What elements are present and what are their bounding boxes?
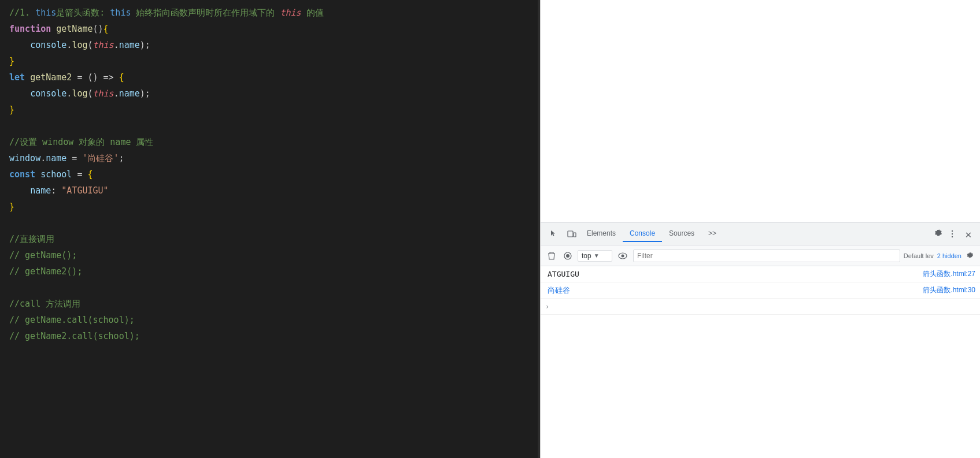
code-line [9, 118, 528, 134]
live-expressions-icon[interactable] [616, 249, 630, 263]
settings-gear-icon[interactable] [931, 227, 945, 241]
code-line: //直接调用 [9, 231, 528, 247]
tab-sources[interactable]: Sources [662, 226, 701, 242]
code-line: //设置 window 对象的 name 属性 [9, 134, 528, 150]
devtools-close-icon[interactable]: ✕ [961, 227, 975, 241]
devtools-more-icon[interactable] [945, 227, 959, 241]
prompt-chevron-icon: › [545, 303, 549, 311]
code-line: } [9, 102, 528, 118]
console-entry-link-cn[interactable]: 箭头函数.html:30 [923, 285, 975, 295]
code-editor: //1. this是箭头函数: this 始终指向函数声明时所在作用域下的 th… [0, 0, 538, 458]
code-line [9, 215, 528, 231]
code-line: // getName.call(school); [9, 312, 528, 328]
code-line: window.name = '尚硅谷'; [9, 150, 528, 166]
clear-console-icon[interactable] [545, 250, 558, 262]
console-toolbar: top ▼ Default lev 2 hidden [541, 245, 980, 266]
tab-elements[interactable]: Elements [580, 226, 623, 242]
devtools-left-icons [545, 226, 580, 242]
code-line: } [9, 199, 528, 215]
filter-input[interactable] [633, 250, 900, 262]
device-toolbar-icon[interactable] [564, 226, 580, 242]
console-output: ATGUIGU 箭头函数.html:27 尚硅谷 箭头函数.html:30 › [541, 266, 980, 458]
hidden-count-badge[interactable]: 2 hidden [937, 252, 961, 259]
code-line [9, 280, 528, 296]
code-comment-line: //1. this是箭头函数: this 始终指向函数声明时所在作用域下的 th… [9, 5, 528, 21]
svg-rect-0 [568, 231, 573, 237]
default-level-label[interactable]: Default lev [904, 252, 934, 259]
console-settings-icon[interactable] [965, 251, 975, 261]
devtools-top-space [541, 0, 980, 222]
svg-point-8 [622, 254, 624, 257]
console-input-prompt[interactable]: › [541, 299, 980, 315]
code-line: // getName2(); [9, 263, 528, 280]
context-dropdown-icon: ▼ [594, 252, 600, 259]
console-entry-shanxigu: 尚硅谷 箭头函数.html:30 [541, 282, 980, 299]
console-entry-atguigu: ATGUIGU 箭头函数.html:27 [541, 266, 980, 282]
inspect-element-icon[interactable] [545, 226, 561, 242]
svg-point-3 [952, 233, 953, 234]
tab-more[interactable]: >> [701, 226, 723, 242]
console-entry-text: ATGUIGU [548, 270, 579, 278]
code-line: name: "ATGUIGU" [9, 183, 528, 199]
context-value: top [582, 252, 591, 260]
code-line: function getName(){ [9, 21, 528, 37]
devtools-panel: Elements Console Sources >> ✕ [540, 0, 980, 458]
tab-console[interactable]: Console [623, 226, 662, 242]
svg-point-6 [566, 254, 569, 258]
code-line: //call 方法调用 [9, 296, 528, 312]
console-entry-link[interactable]: 箭头函数.html:27 [923, 269, 975, 279]
code-line: console.log(this.name); [9, 85, 528, 102]
svg-point-4 [952, 236, 953, 237]
stop-recording-icon[interactable] [561, 250, 574, 262]
code-line: // getName2.call(school); [9, 328, 528, 344]
code-line: console.log(this.name); [9, 37, 528, 53]
console-entry-text-cn: 尚硅谷 [548, 285, 570, 296]
devtools-tab-bar: Elements Console Sources >> ✕ [541, 222, 980, 245]
code-line: const school = { [9, 166, 528, 183]
code-line: // getName(); [9, 247, 528, 263]
svg-rect-1 [574, 233, 576, 237]
code-line: let getName2 = () => { [9, 69, 528, 85]
svg-point-2 [952, 230, 953, 232]
code-line: } [9, 53, 528, 69]
context-selector[interactable]: top ▼ [578, 250, 612, 262]
